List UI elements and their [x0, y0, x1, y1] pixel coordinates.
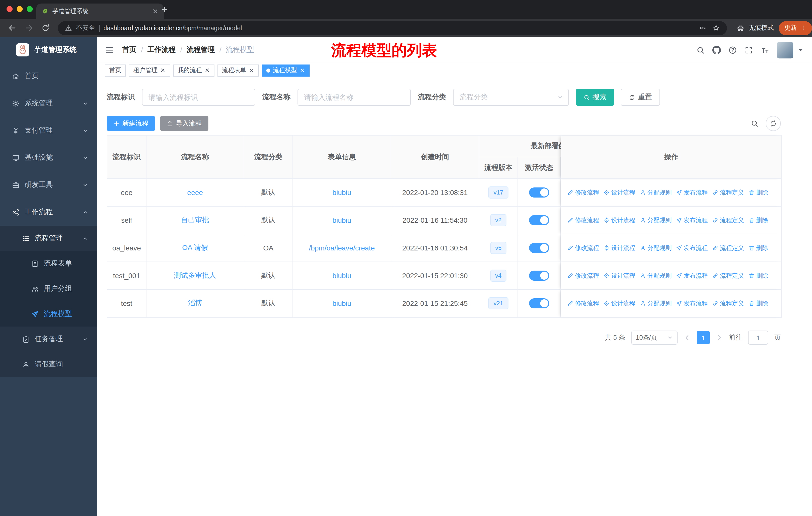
process-name-link[interactable]: 测试多审批人: [174, 271, 216, 280]
key-icon[interactable]: [699, 24, 706, 32]
star-icon[interactable]: [712, 24, 720, 32]
form-link[interactable]: /bpm/oa/leave/create: [309, 244, 375, 252]
action-assign[interactable]: 分配规则: [640, 216, 671, 224]
sidebar-item[interactable]: 任务管理: [0, 327, 97, 352]
action-publish[interactable]: 发布流程: [676, 299, 708, 308]
reload-icon[interactable]: [41, 24, 50, 32]
browser-menu-icon[interactable]: [800, 25, 807, 31]
action-edit[interactable]: 修改流程: [567, 299, 599, 308]
sidebar-item[interactable]: 流程表单: [0, 251, 97, 276]
sidebar-item[interactable]: 基础设施: [0, 144, 97, 171]
tag-item[interactable]: 我的流程: [173, 64, 214, 76]
hamburger-icon[interactable]: [105, 45, 114, 55]
next-page-icon[interactable]: [716, 334, 723, 341]
sidebar-item[interactable]: 支付管理: [0, 117, 97, 144]
search-button[interactable]: 搜索: [576, 89, 614, 106]
active-toggle[interactable]: [529, 298, 549, 308]
action-definition[interactable]: 流程定义: [712, 244, 744, 252]
action-assign[interactable]: 分配规则: [640, 244, 671, 252]
action-definition[interactable]: 流程定义: [712, 299, 744, 308]
tag-close-icon[interactable]: [160, 67, 166, 73]
process-name-link[interactable]: eeee: [187, 188, 203, 196]
address-bar[interactable]: 不安全 dashboard.yudao.iocoder.cn/bpm/manag…: [58, 21, 727, 35]
action-definition[interactable]: 流程定义: [712, 216, 744, 224]
action-publish[interactable]: 发布流程: [676, 216, 708, 224]
action-design[interactable]: 设计流程: [604, 188, 635, 197]
sidebar-item[interactable]: 研发工具: [0, 171, 97, 198]
search-icon[interactable]: [696, 46, 705, 54]
app-logo[interactable]: 芋道管理系统: [0, 37, 97, 62]
action-publish[interactable]: 发布流程: [676, 188, 708, 197]
process-id-input[interactable]: [142, 89, 255, 106]
action-publish[interactable]: 发布流程: [676, 244, 708, 252]
avatar[interactable]: [777, 42, 793, 58]
action-design[interactable]: 设计流程: [604, 299, 635, 308]
tag-close-icon[interactable]: [204, 67, 210, 73]
update-button[interactable]: 更新: [779, 21, 812, 35]
fontsize-icon[interactable]: [761, 46, 769, 54]
breadcrumb-item[interactable]: 流程管理: [187, 45, 215, 54]
action-delete[interactable]: 删除: [749, 271, 768, 280]
window-zoom-button[interactable]: [27, 6, 33, 12]
breadcrumb-item[interactable]: 首页: [122, 45, 137, 54]
action-design[interactable]: 设计流程: [604, 216, 635, 224]
process-name-link[interactable]: 自己审批: [181, 216, 209, 225]
form-link[interactable]: biubiu: [332, 216, 351, 224]
help-icon[interactable]: [728, 46, 737, 54]
sidebar-item[interactable]: 首页: [0, 62, 97, 90]
sidebar-item[interactable]: 系统管理: [0, 90, 97, 117]
browser-tab[interactable]: 芋道管理系统: [36, 3, 164, 19]
action-delete[interactable]: 删除: [749, 299, 768, 308]
github-icon[interactable]: [712, 46, 721, 54]
window-close-button[interactable]: [6, 6, 12, 12]
tag-item[interactable]: 流程表单: [218, 64, 259, 76]
action-assign[interactable]: 分配规则: [640, 299, 671, 308]
action-delete[interactable]: 删除: [749, 188, 768, 197]
form-link[interactable]: biubiu: [332, 299, 351, 307]
action-edit[interactable]: 修改流程: [567, 271, 599, 280]
action-publish[interactable]: 发布流程: [676, 271, 708, 280]
action-design[interactable]: 设计流程: [604, 271, 635, 280]
tag-item[interactable]: 流程模型: [262, 64, 310, 76]
process-name-link[interactable]: OA 请假: [182, 243, 208, 252]
create-process-button[interactable]: 新建流程: [107, 116, 155, 131]
form-link[interactable]: biubiu: [332, 272, 351, 280]
tag-item[interactable]: 租户管理: [129, 64, 170, 76]
sidebar-item[interactable]: 工作流程: [0, 198, 97, 226]
active-toggle[interactable]: [529, 243, 549, 253]
sidebar-item[interactable]: 用户分组: [0, 276, 97, 301]
tag-close-icon[interactable]: [249, 67, 254, 73]
tag-close-icon[interactable]: [299, 67, 305, 73]
reset-button[interactable]: 重置: [621, 89, 660, 106]
goto-page-input[interactable]: [748, 331, 768, 345]
action-edit[interactable]: 修改流程: [567, 244, 599, 252]
sidebar-item[interactable]: 流程模型: [0, 301, 97, 327]
action-delete[interactable]: 删除: [749, 216, 768, 224]
forward-icon[interactable]: [25, 24, 33, 32]
page-size-select[interactable]: 10条/页: [631, 331, 677, 345]
action-assign[interactable]: 分配规则: [640, 188, 671, 197]
action-edit[interactable]: 修改流程: [567, 216, 599, 224]
window-minimize-button[interactable]: [17, 6, 23, 12]
breadcrumb-item[interactable]: 工作流程: [147, 45, 176, 54]
fullscreen-icon[interactable]: [745, 46, 753, 54]
process-name-link[interactable]: 滔博: [188, 299, 202, 308]
action-definition[interactable]: 流程定义: [712, 271, 744, 280]
import-process-button[interactable]: 导入流程: [160, 116, 208, 131]
page-number[interactable]: 1: [697, 331, 710, 344]
action-definition[interactable]: 流程定义: [712, 188, 744, 197]
active-toggle[interactable]: [529, 215, 549, 225]
action-edit[interactable]: 修改流程: [567, 188, 599, 197]
category-select[interactable]: 流程分类: [453, 89, 569, 106]
action-design[interactable]: 设计流程: [604, 244, 635, 252]
action-assign[interactable]: 分配规则: [640, 271, 671, 280]
sidebar-item[interactable]: 请假查询: [0, 352, 97, 377]
sidebar-item[interactable]: 流程管理: [0, 226, 97, 251]
active-toggle[interactable]: [529, 187, 549, 197]
tab-close-icon[interactable]: [152, 8, 158, 15]
prev-page-icon[interactable]: [684, 334, 691, 341]
process-name-input[interactable]: [297, 89, 411, 106]
new-tab-button[interactable]: [161, 6, 168, 13]
toggle-search-icon[interactable]: [751, 119, 759, 128]
active-toggle[interactable]: [529, 271, 549, 281]
